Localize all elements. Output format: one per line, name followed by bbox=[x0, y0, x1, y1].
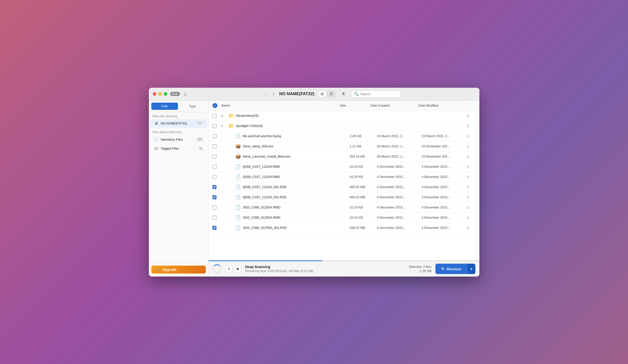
delete-row-button[interactable]: 🗑 bbox=[467, 185, 470, 189]
row-trash-col: 🗑 bbox=[467, 205, 475, 210]
list-view-button[interactable]: ☰ bbox=[327, 90, 335, 97]
file-name: AliciaOnline(29) bbox=[236, 114, 259, 118]
file-icon: 📄 bbox=[235, 205, 241, 210]
sidebar-item-tagged-files[interactable]: 🏷 Tagged Files 4 bbox=[150, 144, 207, 153]
selected-size: 1.28 GB bbox=[409, 269, 432, 273]
file-icon: 📄 bbox=[235, 195, 241, 200]
table-row[interactable]: 📄 Q008_C037_11224I_001.R3D 469.20 MB 4 D… bbox=[209, 182, 479, 192]
forward-button[interactable]: › bbox=[272, 90, 275, 98]
nameless-files-label: Nameless Files bbox=[161, 138, 195, 141]
home-button[interactable]: ⌂ bbox=[184, 91, 187, 97]
row-checkbox[interactable] bbox=[213, 134, 217, 138]
stop-button[interactable]: ⏹ bbox=[234, 265, 241, 272]
scan-spinner bbox=[213, 264, 222, 273]
row-checkbox[interactable] bbox=[213, 195, 217, 199]
expand-arrow[interactable]: ▶ bbox=[222, 114, 226, 117]
delete-row-button[interactable]: 🗑 bbox=[467, 175, 470, 179]
row-checkbox[interactable] bbox=[213, 165, 217, 169]
deselect-all-button[interactable]: − bbox=[213, 103, 218, 108]
table-row[interactable]: ▶ 📁 AliciaOnline(29) 🗑 bbox=[209, 111, 479, 121]
grid-view-button[interactable]: ⊞ bbox=[318, 90, 326, 97]
recover-dropdown-button[interactable]: ▾ bbox=[468, 264, 475, 274]
delete-row-button[interactable]: 🗑 bbox=[467, 206, 470, 210]
divider-1 bbox=[338, 103, 338, 108]
row-trash-col: 🗑 bbox=[467, 195, 475, 200]
row-trash-col: 🗑 bbox=[467, 216, 475, 220]
file-created: 4 December 2015... bbox=[377, 206, 405, 209]
file-size: 469.20 MB bbox=[350, 195, 365, 199]
row-checkbox[interactable] bbox=[213, 216, 217, 220]
row-checkbox[interactable] bbox=[213, 185, 217, 189]
row-checkbox[interactable] bbox=[213, 124, 217, 128]
table-row[interactable]: ▶ 📁 Spotlight-V100(19) 🗑 bbox=[209, 121, 479, 131]
delete-row-button[interactable]: 🗑 bbox=[467, 154, 470, 158]
delete-row-button[interactable]: 🗑 bbox=[467, 226, 470, 230]
row-created-col: 4 December 2015... bbox=[377, 206, 422, 209]
pause-button[interactable]: ⏸ bbox=[225, 265, 232, 272]
col-name-label: Name bbox=[222, 104, 230, 107]
delete-row-button[interactable]: 🗑 bbox=[467, 144, 470, 148]
table-row[interactable]: 📄 J502_C086_01255A_001.R3D 338.32 MB 4 D… bbox=[209, 223, 479, 233]
row-modified-col: 15 November 202... bbox=[422, 154, 467, 158]
table-row[interactable]: 📄 J502_C086_01255A.RMD 10.23 KB 4 Decemb… bbox=[209, 213, 479, 223]
row-created-col: 4 December 2015... bbox=[377, 216, 422, 219]
row-name-col: 📄 J502_C086_01255A_001.R3D bbox=[222, 225, 350, 230]
row-created-col: 4 December 2015... bbox=[377, 195, 422, 199]
table-row[interactable]: 📄 Q008_C037_11224I_001.R3D 469.20 MB 4 D… bbox=[209, 192, 479, 203]
upgrade-button[interactable]: 🛒 Upgrade bbox=[151, 266, 206, 274]
minimize-button[interactable] bbox=[158, 92, 162, 96]
back-button[interactable]: ‹ bbox=[264, 90, 268, 98]
row-trash-col: 🗑 bbox=[467, 134, 475, 138]
sidebar-item-nameless-files[interactable]: 📄 Nameless Files 64 bbox=[150, 135, 207, 144]
delete-row-button[interactable]: 🗑 bbox=[467, 195, 470, 199]
file-created: 4 December 2015... bbox=[377, 195, 405, 199]
delete-row-button[interactable]: 🗑 bbox=[467, 216, 470, 220]
table-row[interactable]: 📦 Alicia_Launcher_Install_Beta.exe 450.1… bbox=[209, 151, 479, 162]
recover-icon: ↻ bbox=[441, 267, 445, 271]
delete-row-button[interactable]: 🗑 bbox=[467, 134, 470, 138]
row-name-col: 📄 J502_C086_01255A.RMD bbox=[222, 215, 350, 220]
maximize-button[interactable] bbox=[164, 92, 167, 96]
delete-row-button[interactable]: 🗑 bbox=[467, 124, 470, 128]
sidebar-item-count: 77 bbox=[196, 122, 203, 126]
file-icon: 📄 bbox=[235, 225, 241, 230]
upgrade-label: Upgrade bbox=[162, 268, 177, 272]
table-row[interactable]: 📄 Q008_C037_11224I.RMD 10.25 KB 4 Decemb… bbox=[209, 172, 479, 182]
file-modified: 4 December 2015... bbox=[422, 175, 450, 179]
row-checkbox[interactable] bbox=[213, 154, 217, 158]
delete-row-button[interactable]: 🗑 bbox=[467, 114, 470, 118]
tab-type[interactable]: Type bbox=[179, 103, 206, 110]
exe-icon: 📦 bbox=[235, 154, 241, 159]
row-checkbox[interactable] bbox=[213, 114, 217, 118]
file-name: Alicia_setup_008.exe bbox=[243, 144, 274, 148]
table-row[interactable]: 📄 Me.and.Earl.and.the.Dying. 2.29 GB 23 … bbox=[209, 131, 479, 141]
file-size: 10.23 KB bbox=[350, 206, 363, 209]
expand-arrow[interactable]: ▶ bbox=[222, 125, 226, 127]
file-icon: 📄 bbox=[235, 134, 241, 139]
sidebar-item-no-name[interactable]: 🖥 NO NAME(FAT32) 77 bbox=[150, 119, 207, 128]
selected-info: Selected: 3 files 1.28 GB bbox=[409, 265, 432, 273]
file-icon: 📄 bbox=[235, 164, 241, 169]
row-checkbox[interactable] bbox=[213, 206, 217, 210]
search-input[interactable] bbox=[360, 92, 398, 96]
recover-button[interactable]: ↻ Recover bbox=[435, 264, 467, 274]
file-size: 2.29 GB bbox=[350, 134, 362, 138]
row-checkbox[interactable] bbox=[213, 226, 217, 230]
delete-row-button[interactable]: 🗑 bbox=[467, 165, 470, 169]
row-check-col bbox=[213, 134, 222, 138]
close-button[interactable] bbox=[153, 92, 156, 96]
filter-button[interactable]: ⚗ bbox=[339, 90, 347, 97]
table-row[interactable]: 📄 J502_C086_01255A.RMD 10.23 KB 4 Decemb… bbox=[209, 203, 479, 213]
row-checkbox[interactable] bbox=[213, 175, 217, 179]
row-created-col: 4 December 2015... bbox=[377, 226, 422, 229]
view-controls: ⊞ ☰ bbox=[318, 90, 335, 97]
row-checkbox[interactable] bbox=[213, 144, 217, 148]
file-size: 1.21 GB bbox=[350, 144, 362, 148]
table-row[interactable]: 📦 Alicia_setup_008.exe 1.21 GB 26 March … bbox=[209, 141, 479, 151]
file-name: Spotlight-V100(19) bbox=[236, 124, 263, 128]
file-modified: 4 December 2015... bbox=[422, 165, 450, 168]
file-created: 4 December 2015... bbox=[377, 185, 405, 189]
table-row[interactable]: 📄 Q008_C037_11224I.RMD 10.25 KB 4 Decemb… bbox=[209, 162, 479, 172]
row-name-col: 📄 J502_C086_01255A.RMD bbox=[222, 205, 350, 210]
tab-path[interactable]: Path bbox=[151, 103, 178, 110]
